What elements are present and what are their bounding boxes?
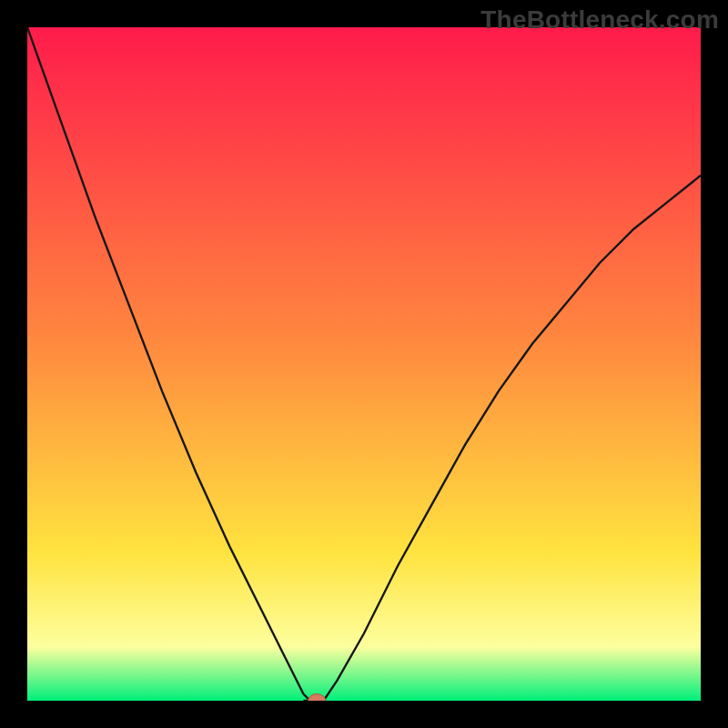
- watermark-text: TheBottleneck.com: [480, 5, 719, 35]
- gradient-background: [27, 27, 701, 701]
- bottleneck-chart: [27, 27, 701, 701]
